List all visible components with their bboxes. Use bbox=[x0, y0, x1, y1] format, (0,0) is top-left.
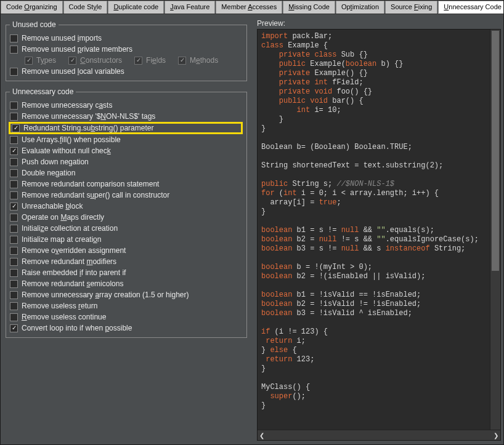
checkbox bbox=[25, 57, 33, 65]
preview-panel: Preview: import pack.Bar; class Example … bbox=[252, 14, 503, 444]
tab-missing-code[interactable]: Missing Code bbox=[283, 1, 335, 14]
checkbox[interactable] bbox=[10, 113, 18, 121]
checkbox[interactable] bbox=[10, 313, 18, 321]
preview-box: import pack.Bar; class Example { private… bbox=[257, 29, 501, 441]
checkbox-label: Types bbox=[36, 56, 56, 65]
checkbox-label: Remove overridden assignment bbox=[22, 246, 126, 255]
checkbox-label: Remove useless continue bbox=[22, 313, 106, 321]
checkbox[interactable] bbox=[10, 324, 18, 332]
checkbox[interactable] bbox=[10, 136, 18, 144]
checkbox[interactable] bbox=[10, 180, 18, 188]
checkbox-label: Double negation bbox=[22, 169, 75, 177]
main-split: Unused code Remove unused importsRemove … bbox=[1, 14, 503, 444]
checkbox-label: Fields bbox=[146, 56, 166, 65]
checkbox bbox=[68, 57, 76, 65]
checkbox-label: Evaluate without null check bbox=[22, 146, 111, 155]
checkbox-label: Initialize map at creation bbox=[22, 235, 101, 244]
checkbox[interactable] bbox=[10, 280, 18, 288]
checkbox-label: Operate on Maps directly bbox=[22, 213, 104, 222]
checkbox-label: Remove unused private members bbox=[22, 45, 132, 54]
checkbox-label: Push down negation bbox=[22, 158, 89, 166]
checkbox bbox=[178, 57, 186, 65]
tab-java-feature[interactable]: Java Feature bbox=[165, 1, 215, 14]
checkbox-label: Remove unnecessary '$NON-NLS$' tags bbox=[22, 112, 155, 121]
checkbox[interactable] bbox=[10, 302, 18, 310]
checkbox-label: Remove redundant semicolons bbox=[22, 279, 123, 288]
checkbox-label: Remove redundant super() call in constru… bbox=[22, 191, 169, 199]
checkbox-label: Remove unnecessary array creation (1.5 o… bbox=[22, 291, 189, 299]
checkbox[interactable] bbox=[10, 258, 18, 266]
checkbox[interactable] bbox=[10, 247, 18, 255]
options-panel: Unused code Remove unused importsRemove … bbox=[1, 14, 252, 444]
checkbox[interactable] bbox=[10, 102, 18, 110]
checkbox bbox=[134, 57, 142, 65]
tab-code-organizing[interactable]: Code Organizing bbox=[1, 1, 63, 14]
checkbox-label: Convert loop into if when possible bbox=[22, 324, 132, 332]
checkbox-label: Use Arrays.fill() when possible bbox=[22, 135, 121, 144]
group-legend: Unused code bbox=[10, 20, 59, 29]
checkbox-label: Remove redundant comparison statement bbox=[22, 180, 159, 188]
checkbox[interactable] bbox=[10, 236, 18, 244]
scroll-right-icon[interactable]: ❯ bbox=[494, 432, 498, 439]
tab-unnecessary-code[interactable]: Unnecessary Code bbox=[438, 1, 504, 14]
group-unnecessary-code: Unnecessary code Remove unnecessary cast… bbox=[6, 87, 247, 338]
checkbox[interactable] bbox=[10, 158, 18, 166]
tab-duplicate-code[interactable]: Duplicate code bbox=[108, 1, 164, 14]
checkbox[interactable] bbox=[10, 269, 18, 277]
checkbox-label: Remove redundant modifiers bbox=[22, 257, 116, 266]
checkbox[interactable] bbox=[10, 34, 18, 42]
tab-optimization[interactable]: Optimization bbox=[336, 1, 384, 14]
preview-code: import pack.Bar; class Example { private… bbox=[258, 30, 500, 430]
checkbox-label: Methods bbox=[190, 56, 218, 65]
checkbox-label: Constructors bbox=[80, 56, 122, 65]
checkbox[interactable] bbox=[10, 169, 18, 177]
tab-source-fixing[interactable]: Source Fixing bbox=[385, 1, 437, 14]
tab-bar: Code OrganizingCode StyleDuplicate codeJ… bbox=[1, 1, 503, 14]
preview-label: Preview: bbox=[257, 19, 501, 28]
checkbox-label: Remove useless return bbox=[22, 302, 97, 310]
group-legend: Unnecessary code bbox=[10, 87, 76, 96]
checkbox-label: Unreachable block bbox=[22, 202, 83, 210]
checkbox[interactable] bbox=[10, 214, 18, 222]
checkbox[interactable] bbox=[10, 225, 18, 233]
checkbox-label: Remove unused imports bbox=[22, 34, 102, 42]
preview-vertical-scrollbar[interactable] bbox=[490, 30, 500, 430]
checkbox[interactable] bbox=[10, 191, 18, 199]
checkbox-label: Raise embedded if into parent if bbox=[22, 268, 126, 277]
checkbox-label: Remove unnecessary casts bbox=[22, 101, 112, 110]
checkbox[interactable] bbox=[10, 291, 18, 299]
checkbox[interactable] bbox=[10, 147, 18, 155]
checkbox[interactable] bbox=[10, 46, 18, 54]
group-unused-code: Unused code Remove unused importsRemove … bbox=[6, 20, 247, 81]
checkbox[interactable] bbox=[12, 124, 20, 132]
checkbox-label: Remove unused local variables bbox=[22, 67, 124, 76]
tab-member-accesses[interactable]: Member Accesses bbox=[216, 1, 282, 14]
scroll-left-icon[interactable]: ❮ bbox=[259, 432, 264, 439]
tab-code-style[interactable]: Code Style bbox=[63, 1, 108, 14]
preview-horizontal-scrollbar[interactable]: ❮ ❯ bbox=[258, 430, 500, 440]
checkbox[interactable] bbox=[10, 202, 18, 210]
checkbox[interactable] bbox=[10, 68, 18, 76]
checkbox-label: Redundant String.substring() parameter bbox=[23, 124, 153, 132]
checkbox-label: Initialize collection at creation bbox=[22, 224, 118, 233]
